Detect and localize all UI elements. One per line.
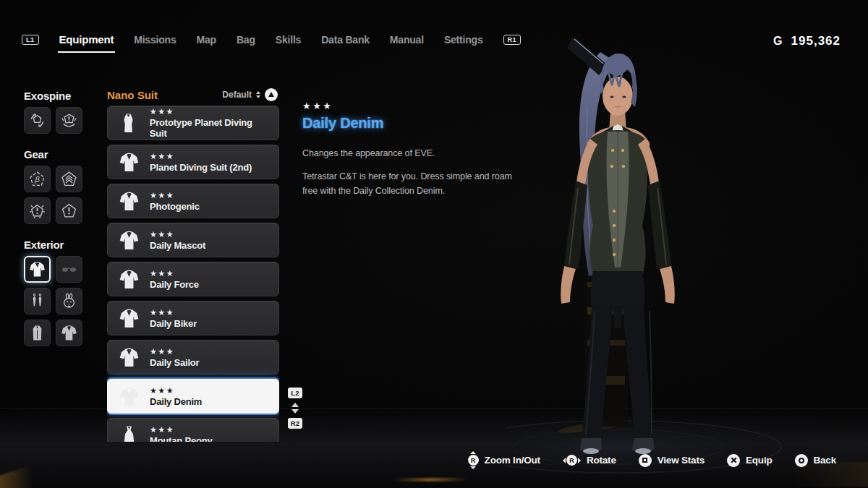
gear-chevron-pentagon-icon <box>60 170 78 188</box>
gear-slot-3[interactable] <box>24 197 51 224</box>
sort-arrows-icon <box>256 91 260 98</box>
gold-amount: 195,362 <box>791 34 841 48</box>
view-stats-action[interactable]: View Stats <box>639 454 705 467</box>
gear-alert-pentagon-icon <box>60 202 78 220</box>
rarity-stars: ★★★ <box>150 230 205 239</box>
suit-glyph-icon <box>115 424 142 442</box>
list-scroll-hint: L2 R2 <box>286 388 305 429</box>
tab-bag[interactable]: Bag <box>237 34 255 46</box>
detail-item-title: Daily Denim <box>302 115 523 132</box>
suit-list-item-selected[interactable]: ★★★ Daily Denim <box>107 379 279 414</box>
triangle-button-icon[interactable] <box>265 88 278 101</box>
suit-name: Daily Denim <box>150 396 202 407</box>
earrings-icon <box>28 292 46 310</box>
action-label: Back <box>814 455 836 466</box>
section-label: Exospine <box>24 90 93 102</box>
suit-glyph-icon <box>115 307 142 330</box>
cross-button-icon <box>727 454 740 467</box>
suit-name: Daily Sailor <box>150 357 199 368</box>
action-label: View Stats <box>658 455 705 466</box>
suit-list-item[interactable]: ★★★ Photogenic <box>107 184 279 218</box>
section-label: Exterior <box>24 239 93 251</box>
scroll-arrows-icon <box>292 403 299 414</box>
suit-glyph-icon <box>115 268 142 291</box>
rotate-action[interactable]: R Rotate <box>563 455 616 466</box>
sunglasses-icon <box>60 260 78 278</box>
suit-list-item[interactable]: ★★★ Daily Mascot <box>107 223 279 257</box>
exterior-slot-outfit[interactable] <box>24 256 51 283</box>
exterior-slot-mask[interactable] <box>56 288 82 314</box>
gear-section: Gear β <box>24 148 93 224</box>
r1-bumper-badge: R1 <box>503 35 522 45</box>
suit-glyph-icon <box>115 229 142 252</box>
suit-list-item[interactable]: ★★★ Daily Force <box>107 262 279 296</box>
suit-name: Moutan Peony <box>150 435 212 442</box>
exterior-slot-coat[interactable] <box>24 320 51 346</box>
suit-glyph-icon <box>115 385 142 408</box>
suit-name: Prototype Planet Diving Suit <box>150 117 271 139</box>
suit-list-item[interactable]: ★★★ Planet Diving Suit (2nd) <box>107 145 279 179</box>
svg-text:β: β <box>34 175 39 184</box>
exterior-section: Exterior <box>24 239 93 346</box>
r2-trigger-badge: R2 <box>288 418 303 429</box>
controller-action-bar: R Zoom In/Out R Rotate View Stats Equip … <box>468 451 836 469</box>
rabbit-mask-icon <box>60 292 78 310</box>
gear-burst-alert-pentagon-icon <box>28 202 46 220</box>
tab-manual[interactable]: Manual <box>390 34 424 46</box>
top-navigation: L1 Equipment Missions Map Bag Skills Dat… <box>22 33 521 46</box>
gear-slot-4[interactable] <box>56 197 82 224</box>
outfit-icon <box>28 260 46 278</box>
tab-missions[interactable]: Missions <box>134 34 176 46</box>
tab-skills[interactable]: Skills <box>276 34 301 46</box>
floor-light-streak <box>393 478 468 481</box>
suit-name: Daily Force <box>150 279 199 290</box>
suit-list-item[interactable]: ★★★ Moutan Peony <box>107 418 279 442</box>
gear-slot-1[interactable]: β <box>24 166 51 192</box>
exterior-slot-glasses[interactable] <box>56 256 82 283</box>
action-label: Rotate <box>587 455 616 466</box>
nano-suit-list: Nano Suit Default ★★★ Prototype Planet D… <box>107 88 279 442</box>
rarity-stars: ★★★ <box>150 308 197 317</box>
exterior-slot-earrings[interactable] <box>24 288 51 314</box>
rarity-stars: ★★★ <box>150 191 200 200</box>
exospine-spin-shield-icon <box>28 111 46 129</box>
zoom-action[interactable]: R Zoom In/Out <box>468 451 540 469</box>
suit-list-item[interactable]: ★★★ Daily Sailor <box>107 340 279 374</box>
suit-list-item[interactable]: ★★★ Daily Biker <box>107 301 279 335</box>
rarity-stars: ★★★ <box>150 386 202 395</box>
tab-settings[interactable]: Settings <box>444 34 483 46</box>
right-stick-horizontal-icon: R <box>563 455 581 466</box>
currency-display: G 195,362 <box>773 34 841 48</box>
suit-glyph-icon <box>115 346 142 369</box>
action-label: Zoom In/Out <box>485 455 540 466</box>
tab-data-bank[interactable]: Data Bank <box>321 34 370 46</box>
equipment-category-sidebar: Exospine Gear <box>24 90 93 361</box>
gear-slot-2[interactable] <box>56 166 82 192</box>
detail-flavor-text: Tetrastar C&T is here for you. Dress sim… <box>302 170 523 198</box>
jacket-icon <box>60 324 78 342</box>
section-label: Gear <box>24 148 93 160</box>
coat-icon <box>28 324 46 342</box>
suit-glyph-icon <box>115 151 142 174</box>
rarity-stars: ★★★ <box>150 425 212 434</box>
suit-list-item[interactable]: ★★★ Prototype Planet Diving Suit <box>107 106 279 140</box>
right-stick-vertical-icon: R <box>468 451 479 469</box>
suit-name: Planet Diving Suit (2nd) <box>150 162 252 173</box>
equip-action[interactable]: Equip <box>727 454 773 467</box>
square-button-icon <box>639 454 652 467</box>
suit-glyph-icon <box>115 190 142 213</box>
exterior-slot-jacket[interactable] <box>56 320 82 346</box>
rarity-stars: ★★★ <box>150 269 199 278</box>
list-title: Nano Suit <box>107 89 158 101</box>
item-detail-panel: ★★★ Daily Denim Changes the appearance o… <box>302 100 523 198</box>
l2-trigger-badge: L2 <box>288 388 302 398</box>
l1-bumper-badge: L1 <box>22 35 39 45</box>
gear-beta-pentagon-icon: β <box>28 170 46 188</box>
tab-equipment[interactable]: Equipment <box>59 33 114 46</box>
detail-rarity-stars: ★★★ <box>302 100 523 111</box>
back-action[interactable]: Back <box>795 454 836 467</box>
exospine-slot-2[interactable] <box>56 107 82 134</box>
tab-map[interactable]: Map <box>197 34 216 46</box>
circle-button-icon <box>795 454 808 467</box>
exospine-slot-1[interactable] <box>24 107 51 134</box>
